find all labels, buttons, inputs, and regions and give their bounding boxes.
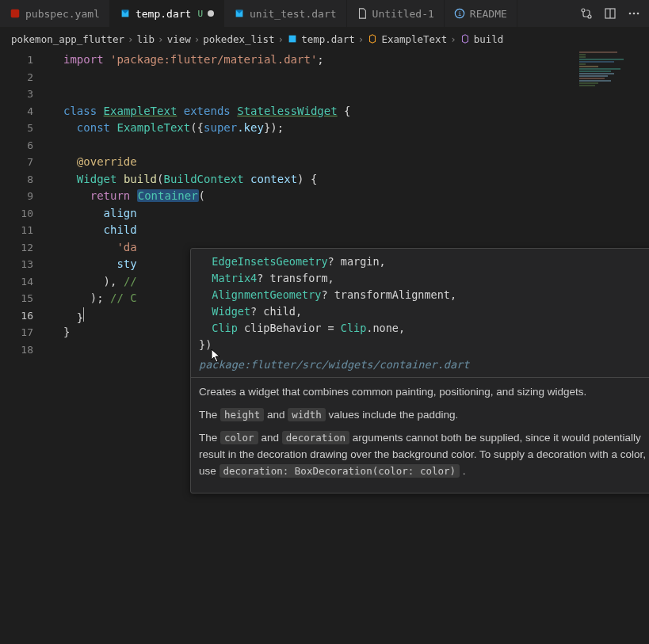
chevron-right-icon: › (128, 33, 134, 45)
code-content[interactable]: import 'package:flutter/material.dart'; … (48, 50, 649, 644)
breadcrumb-item[interactable]: temp.dart (287, 33, 355, 45)
svg-point-13 (637, 13, 639, 15)
chevron-right-icon: › (158, 33, 164, 45)
chevron-right-icon: › (358, 33, 365, 45)
hover-source: package:flutter/src/widgets/container.da… (199, 356, 649, 373)
class-icon (367, 33, 378, 44)
line-number: 5 (0, 120, 33, 137)
line-number: 9 (0, 188, 33, 205)
line-number: 15 (0, 290, 33, 307)
tab-label: README (470, 8, 507, 20)
tab-actions (571, 5, 649, 22)
tab-label: Untitled-1 (372, 8, 434, 20)
hover-documentation: Creates a widget that combines common pa… (199, 384, 649, 480)
code-line[interactable]: align (48, 205, 649, 223)
code-line[interactable]: const ExampleText({super.key}); (48, 120, 649, 137)
tab-unit-test[interactable]: unit_test.dart (224, 0, 347, 27)
breadcrumb-symbol[interactable]: build (460, 33, 504, 45)
line-number: 16 (0, 307, 33, 325)
compare-changes-icon[interactable] (578, 5, 595, 22)
breadcrumb-item[interactable]: view (167, 33, 191, 45)
line-number: 4 (0, 103, 33, 120)
tab-bar: pubspec.yaml temp.dart U unit_test.dart … (0, 0, 649, 28)
code-line[interactable]: child (48, 222, 649, 239)
doc-paragraph: Creates a widget that combines common pa… (199, 384, 649, 401)
code-line[interactable] (48, 69, 649, 86)
tab-label: pubspec.yaml (25, 8, 100, 20)
signature-line: Clip clipBehavior = Clip.none, (199, 320, 649, 337)
line-number: 1 (0, 51, 33, 69)
signature-line: Widget? child, (199, 303, 649, 320)
split-editor-icon[interactable] (601, 5, 619, 22)
file-icon (357, 8, 368, 19)
modified-indicator (208, 10, 214, 17)
svg-marker-14 (289, 36, 296, 43)
line-number: 13 (0, 256, 33, 273)
line-gutter: 1 2 3 4 5 6 7 8 9 10 11 12 13 14 15 16 1… (0, 50, 48, 644)
line-number: 3 (0, 86, 33, 103)
dart-icon (120, 8, 131, 19)
tab-pubspec[interactable]: pubspec.yaml (0, 0, 110, 27)
svg-point-7 (582, 9, 585, 12)
code-line[interactable]: Widget build(BuildContext context) { (48, 171, 649, 189)
dart-icon (287, 33, 298, 44)
tab-label: unit_test.dart (250, 8, 337, 20)
line-number: 18 (0, 341, 33, 359)
signature-line: EdgeInsetsGeometry? margin, (199, 253, 649, 270)
doc-paragraph: The height and width values include the … (199, 407, 649, 424)
method-icon (460, 33, 471, 44)
code-line[interactable] (48, 86, 649, 103)
line-number: 10 (0, 205, 33, 223)
svg-rect-0 (11, 10, 20, 18)
signature-line: AlignmentGeometry? transformAlignment, (199, 287, 649, 303)
svg-point-11 (629, 13, 632, 15)
code-line[interactable]: import 'package:flutter/material.dart'; (48, 51, 649, 69)
doc-paragraph: The color and decoration arguments canno… (199, 430, 649, 480)
code-line[interactable]: @override (48, 154, 649, 171)
code-line[interactable]: class ExampleText extends StatelessWidge… (48, 103, 649, 120)
signature-line: }) (199, 337, 649, 353)
breadcrumb-symbol[interactable]: ExampleText (367, 33, 447, 45)
info-icon: i (454, 8, 465, 19)
svg-text:i: i (457, 10, 461, 17)
line-number: 14 (0, 273, 33, 291)
yaml-icon (10, 8, 21, 19)
tab-readme[interactable]: i README (445, 0, 517, 27)
minimap[interactable] (579, 51, 643, 147)
hover-tooltip[interactable]: EdgeInsetsGeometry? margin, Matrix4? tra… (190, 248, 649, 493)
tab-label: temp.dart (136, 8, 191, 20)
line-number: 2 (0, 69, 33, 86)
chevron-right-icon: › (194, 33, 200, 45)
divider (191, 377, 649, 378)
line-number: 17 (0, 324, 33, 341)
breadcrumb-item[interactable]: lib (137, 33, 155, 45)
git-untracked-marker: U (197, 9, 203, 19)
line-number: 6 (0, 137, 33, 154)
more-actions-icon[interactable] (625, 5, 643, 22)
line-number: 8 (0, 171, 33, 189)
svg-point-8 (588, 15, 591, 18)
tab-temp-dart[interactable]: temp.dart U (110, 0, 224, 27)
code-line[interactable] (48, 137, 649, 154)
breadcrumb[interactable]: pokemon_app_flutter › lib › view › poked… (0, 28, 649, 50)
line-number: 11 (0, 222, 33, 239)
svg-point-12 (633, 13, 636, 15)
chevron-right-icon: › (450, 33, 456, 45)
editor-area[interactable]: 1 2 3 4 5 6 7 8 9 10 11 12 13 14 15 16 1… (0, 50, 649, 644)
chevron-right-icon: › (278, 33, 284, 45)
line-number: 7 (0, 154, 33, 171)
breadcrumb-item[interactable]: pokedex_list (203, 33, 274, 45)
breadcrumb-item[interactable]: pokemon_app_flutter (11, 33, 124, 45)
signature-line: Matrix4? transform, (199, 270, 649, 287)
tab-untitled[interactable]: Untitled-1 (347, 0, 445, 27)
dart-icon (234, 8, 245, 19)
line-number: 12 (0, 239, 33, 257)
code-line[interactable]: return Container( (48, 188, 649, 205)
